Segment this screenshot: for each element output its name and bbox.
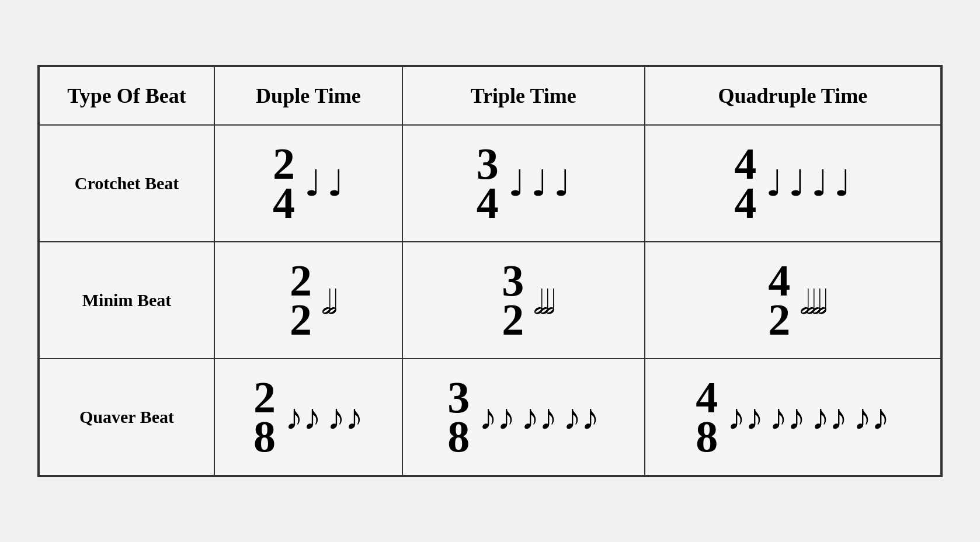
quaver-note-2: ♪ <box>769 399 805 435</box>
minim-triple: 3 2 𝅗𝅥 𝅗𝅥 𝅗𝅥 <box>402 242 645 359</box>
time-signature-2-4: 2 4 <box>273 144 295 223</box>
quaver-note-1: ♪ <box>285 399 321 435</box>
quaver-note-4: ♪ <box>853 399 889 435</box>
minim-quadruple: 4 2 𝅗𝅥 𝅗𝅥 𝅗𝅥 𝅗𝅥 <box>645 242 941 359</box>
crotchet-note-2: ♩ <box>327 165 344 201</box>
table-row: Crotchet Beat 2 4 ♩ ♩ 3 <box>39 125 941 242</box>
crotchet-triple: 3 4 ♩ ♩ ♩ <box>402 125 645 242</box>
table-row: Quaver Beat 2 8 ♪ ♪ 3 <box>39 359 941 475</box>
crotchet-note-1: ♩ <box>304 165 321 201</box>
crotchet-note-2: ♩ <box>788 165 805 201</box>
beat-type-label: Crotchet Beat <box>39 125 214 242</box>
beat-type-label: Minim Beat <box>39 242 214 359</box>
minim-duple: 2 2 𝅗𝅥 𝅗𝅥 <box>214 242 402 359</box>
time-signature-3-8: 3 8 <box>447 378 470 456</box>
header-duple: Duple Time <box>214 67 402 125</box>
crotchet-note-3: ♩ <box>554 165 571 201</box>
table-row: Minim Beat 2 2 𝅗𝅥 𝅗𝅥 3 <box>39 242 941 359</box>
quaver-note-2: ♪ <box>327 399 363 435</box>
quaver-note-3: ♪ <box>563 399 599 435</box>
music-table: Type Of Beat Duple Time Triple Time Quad… <box>37 65 943 477</box>
crotchet-note-2: ♩ <box>531 165 548 201</box>
time-signature-2-8: 2 8 <box>253 378 276 456</box>
header-triple: Triple Time <box>402 67 645 125</box>
quaver-note-1: ♪ <box>727 399 763 435</box>
quaver-quadruple: 4 8 ♪ ♪ ♪ ♪ <box>645 359 941 475</box>
quaver-note-3: ♪ <box>811 399 847 435</box>
quaver-duple: 2 8 ♪ ♪ <box>214 359 402 475</box>
crotchet-note-1: ♩ <box>766 165 783 201</box>
beat-type-label: Quaver Beat <box>39 359 214 475</box>
time-signature-4-2: 4 2 <box>768 261 790 339</box>
time-signature-4-8: 4 8 <box>696 378 718 456</box>
time-signature-2-2: 2 2 <box>290 261 312 339</box>
time-signature-4-4: 4 4 <box>734 144 756 223</box>
crotchet-note-3: ♩ <box>811 165 828 201</box>
quaver-note-2: ♪ <box>521 399 557 435</box>
time-signature-3-4: 3 4 <box>477 144 499 223</box>
quaver-triple: 3 8 ♪ ♪ ♪ <box>402 359 645 475</box>
header-quadruple: Quadruple Time <box>645 67 941 125</box>
time-signature-3-2: 3 2 <box>502 261 524 339</box>
quaver-note-1: ♪ <box>479 399 515 435</box>
crotchet-note-1: ♩ <box>508 165 525 201</box>
header-beat-type: Type Of Beat <box>39 67 214 125</box>
crotchet-note-4: ♩ <box>834 165 851 201</box>
crotchet-duple: 2 4 ♩ ♩ <box>214 125 402 242</box>
crotchet-quadruple: 4 4 ♩ ♩ ♩ ♩ <box>645 125 941 242</box>
